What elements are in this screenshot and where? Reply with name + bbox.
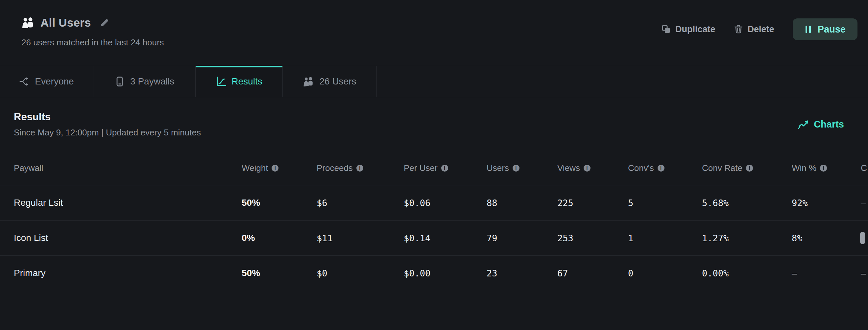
pause-icon: [805, 25, 812, 34]
users-group-icon: [21, 17, 34, 28]
column-header-clipped: C: [861, 163, 868, 173]
match-summary: 26 users matched in the last 24 hours: [21, 37, 164, 48]
conv-rate-value: 1.27%: [702, 233, 792, 243]
clipped-cell: [861, 232, 868, 244]
weight-value: 50%: [242, 198, 317, 208]
tab-users[interactable]: 26 Users: [283, 66, 377, 97]
split-icon: [19, 76, 30, 87]
views-value: 67: [557, 268, 628, 278]
clipped-cell: –: [861, 198, 868, 208]
charts-button[interactable]: Charts: [798, 119, 844, 130]
tab-results[interactable]: Results: [196, 66, 283, 97]
users-value: 23: [487, 268, 557, 278]
results-title: Results: [14, 111, 201, 123]
convs-value: 1: [628, 233, 702, 243]
info-icon[interactable]: i: [584, 165, 590, 172]
column-header-convs: Conv's i: [628, 163, 702, 173]
per-user-value: $0.00: [404, 268, 487, 278]
pause-label: Pause: [818, 24, 846, 35]
paywall-name: Primary: [14, 268, 242, 278]
weight-value: 0%: [242, 233, 317, 243]
column-header-views: Views i: [557, 163, 628, 173]
results-section-header: Results Since May 9, 12:00pm | Updated e…: [0, 97, 868, 151]
chart-axis-icon: [216, 76, 226, 87]
column-header-conv-rate: Conv Rate i: [702, 163, 792, 173]
users-icon: [303, 76, 314, 87]
win-value: 92%: [792, 198, 861, 208]
tab-label: Results: [231, 76, 262, 87]
users-value: 79: [487, 233, 557, 243]
weight-value: 50%: [242, 268, 317, 278]
conv-rate-value: 0.00%: [702, 268, 792, 278]
header-actions: Duplicate Delete: [661, 19, 858, 40]
paywall-name: Icon List: [14, 233, 242, 243]
tab-bar-spacer: [377, 66, 868, 97]
users-value: 88: [487, 198, 557, 208]
views-value: 253: [557, 233, 628, 243]
results-subtitle: Since May 9, 12:00pm | Updated every 5 m…: [14, 128, 201, 138]
phone-icon: [115, 76, 125, 87]
tab-bar: Everyone 3 Paywalls Results: [0, 66, 868, 97]
conv-rate-value: 5.68%: [702, 198, 792, 208]
win-value: 8%: [792, 233, 861, 243]
info-icon[interactable]: i: [356, 165, 363, 172]
views-value: 225: [557, 198, 628, 208]
per-user-value: $0.06: [404, 198, 487, 208]
charts-label: Charts: [814, 119, 844, 130]
proceeds-value: $0: [317, 268, 404, 278]
table-header-row: Paywall Weight i Proceeds i Per User i U…: [0, 151, 868, 185]
table-row[interactable]: Primary 50% $0 $0.00 23 67 0 0.00% – –: [0, 255, 868, 291]
tab-paywalls[interactable]: 3 Paywalls: [93, 66, 196, 97]
per-user-value: $0.14: [404, 233, 487, 243]
results-table: Paywall Weight i Proceeds i Per User i U…: [0, 151, 868, 291]
results-title-block: Results Since May 9, 12:00pm | Updated e…: [14, 111, 201, 138]
column-header-users: Users i: [487, 163, 557, 173]
info-icon[interactable]: i: [441, 165, 448, 172]
table-row[interactable]: Icon List 0% $11 $0.14 79 253 1 1.27% 8%: [0, 220, 868, 255]
page-header: All Users 26 users matched in the last 2…: [0, 0, 868, 66]
edit-title-button[interactable]: [99, 18, 110, 28]
info-icon[interactable]: i: [272, 165, 278, 172]
table-row[interactable]: Regular Lsit 50% $6 $0.06 88 225 5 5.68%…: [0, 185, 868, 220]
column-header-weight: Weight i: [242, 163, 317, 173]
info-icon[interactable]: i: [658, 165, 664, 172]
pause-button[interactable]: Pause: [793, 19, 858, 40]
column-header-paywall: Paywall: [14, 163, 242, 173]
line-chart-icon: [798, 119, 809, 130]
column-header-win: Win % i: [792, 163, 861, 173]
delete-button[interactable]: Delete: [734, 24, 774, 34]
convs-value: 5: [628, 198, 702, 208]
convs-value: 0: [628, 268, 702, 278]
clipped-badge: [860, 232, 865, 244]
proceeds-value: $11: [317, 233, 404, 243]
duplicate-label: Duplicate: [675, 24, 715, 34]
column-header-per-user: Per User i: [404, 163, 487, 173]
pencil-icon: [99, 18, 110, 28]
info-icon[interactable]: i: [513, 165, 520, 172]
info-icon[interactable]: i: [820, 165, 827, 172]
title-block: All Users 26 users matched in the last 2…: [21, 0, 164, 66]
win-value: –: [792, 268, 861, 278]
trash-icon: [734, 25, 743, 34]
tab-everyone[interactable]: Everyone: [0, 66, 93, 97]
page-title: All Users: [40, 16, 91, 29]
tab-label: Everyone: [35, 76, 74, 87]
tab-label: 3 Paywalls: [130, 76, 174, 87]
experiment-dashboard: All Users 26 users matched in the last 2…: [0, 0, 868, 330]
duplicate-button[interactable]: Duplicate: [661, 24, 715, 34]
column-header-proceeds: Proceeds i: [317, 163, 404, 173]
duplicate-icon: [661, 25, 671, 34]
tab-label: 26 Users: [319, 76, 356, 87]
paywall-name: Regular Lsit: [14, 198, 242, 208]
clipped-cell: –: [861, 268, 868, 278]
delete-label: Delete: [748, 24, 774, 34]
info-icon[interactable]: i: [746, 165, 753, 172]
proceeds-value: $6: [317, 198, 404, 208]
